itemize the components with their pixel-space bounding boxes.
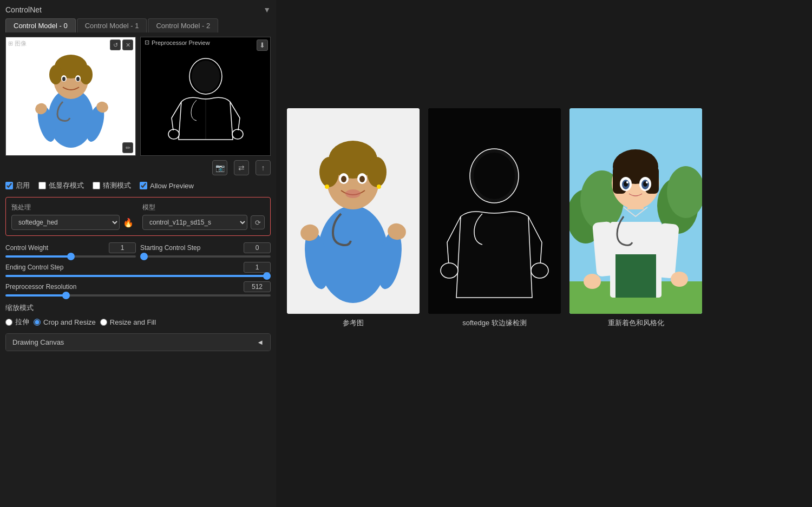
zoom-stretch-item[interactable]: 拉伸 — [5, 317, 29, 327]
zoom-mode-options: 拉伸 Crop and Resize Resize and Fill — [5, 317, 271, 327]
control-weight-slider-group: Control Weight 1 — [5, 242, 136, 258]
svg-point-67 — [626, 181, 628, 183]
source-image-label: ⊞ 图像 — [8, 39, 27, 48]
gallery-nurse-svg — [287, 108, 420, 314]
svg-point-17 — [192, 61, 220, 92]
low-vram-checkbox-item[interactable]: 低显存模式 — [38, 181, 84, 190]
zoom-mode-label: 缩放模式 — [5, 303, 271, 313]
model-col-label: 模型 — [142, 203, 265, 212]
preprocessor-label: 预处理 — [11, 203, 134, 212]
svg-point-40 — [531, 263, 548, 278]
svg-rect-51 — [615, 254, 656, 298]
low-vram-checkbox[interactable] — [38, 182, 46, 189]
swap-button[interactable]: ⇄ — [234, 160, 249, 175]
guess-mode-checkbox[interactable] — [93, 182, 100, 189]
zoom-stretch-radio[interactable] — [5, 319, 12, 326]
preproc-res-input[interactable] — [5, 294, 271, 297]
download-preview-button[interactable]: ⬇ — [257, 39, 268, 51]
tab-model-0[interactable]: Control Model - 0 — [5, 18, 76, 32]
preview-image-box[interactable]: ⊡ Preprocessor Preview ⬇ — [140, 37, 271, 156]
svg-point-33 — [359, 176, 365, 182]
allow-preview-checkbox[interactable] — [140, 182, 147, 189]
svg-point-12 — [62, 77, 66, 81]
preproc-res-label: Preprocessor Resolution — [5, 283, 76, 291]
gallery-anime-content — [569, 108, 702, 314]
tab-model-1[interactable]: Control Model - 1 — [77, 18, 147, 32]
checkbox-row: 启用 低显存模式 猜测模式 Allow Preview — [5, 181, 271, 190]
refresh-model-button[interactable]: ⟳ — [251, 215, 265, 229]
ending-step-input[interactable] — [5, 275, 271, 277]
svg-point-68 — [646, 181, 648, 183]
preproc-res-header: Preprocessor Resolution 512 — [5, 281, 271, 292]
gallery-sketch-content — [428, 108, 561, 314]
zoom-crop-item[interactable]: Crop and Resize — [34, 318, 96, 326]
zoom-fill-radio[interactable] — [100, 319, 107, 326]
model-tabs: Control Model - 0 Control Model - 1 Cont… — [5, 18, 271, 32]
svg-point-39 — [441, 263, 458, 278]
close-image-button[interactable]: ✕ — [122, 39, 133, 50]
reset-image-button[interactable]: ↺ — [110, 39, 121, 50]
preproc-res-value: 512 — [244, 281, 271, 292]
fire-icon: 🔥 — [123, 218, 134, 228]
preview-label: ⊡ Preprocessor Preview — [141, 37, 214, 48]
ending-step-value: 1 — [244, 262, 271, 273]
gallery-caption-0: 参考图 — [343, 318, 364, 328]
svg-point-53 — [671, 272, 688, 287]
guess-mode-label: 猜测模式 — [103, 181, 131, 190]
drawing-canvas-title: Drawing Canvas — [12, 338, 64, 346]
preprocessor-col: 预处理 softedge_hed 🔥 — [11, 203, 134, 230]
zoom-crop-radio[interactable] — [34, 319, 41, 326]
upload-button[interactable]: ↑ — [256, 160, 271, 175]
gallery-img-2 — [569, 108, 702, 314]
drawing-canvas-header[interactable]: Drawing Canvas ◄ — [6, 334, 270, 351]
enable-checkbox[interactable] — [5, 182, 13, 189]
two-col-sliders: Control Weight 1 Starting Control Step 0 — [5, 242, 271, 258]
svg-point-29 — [367, 157, 387, 187]
zoom-fill-item[interactable]: Resize and Fill — [100, 318, 156, 326]
nurse-svg — [28, 39, 114, 153]
svg-point-15 — [168, 129, 179, 139]
svg-point-16 — [232, 129, 243, 139]
gallery-item-1: softedge 软边缘检测 — [428, 108, 561, 328]
action-row: 📷 ⇄ ↑ — [5, 160, 271, 175]
source-image-box[interactable]: ⊞ 图像 ↺ ✕ — [5, 37, 136, 156]
panel-collapse-icon[interactable]: ▼ — [263, 5, 271, 14]
tab-model-2[interactable]: Control Model - 2 — [148, 18, 218, 32]
grid-icon: ⊞ — [8, 40, 13, 47]
sliders-section: Control Weight 1 Starting Control Step 0… — [5, 242, 271, 297]
ending-step-slider-group: Ending Control Step 1 — [5, 262, 271, 277]
edit-image-button[interactable]: ✏ — [122, 142, 133, 153]
panel-header: ControlNet ▼ — [5, 5, 271, 14]
control-weight-header: Control Weight 1 — [5, 242, 136, 253]
svg-point-13 — [76, 77, 80, 81]
gallery-photo-content — [287, 108, 420, 314]
svg-point-28 — [319, 157, 339, 187]
svg-point-41 — [474, 153, 515, 199]
gallery-caption-1: softedge 软边缘检测 — [462, 318, 527, 328]
preview-image-content — [141, 37, 270, 155]
zoom-stretch-label: 拉伸 — [15, 317, 29, 327]
control-weight-input[interactable] — [5, 255, 136, 258]
svg-point-34 — [345, 189, 361, 198]
drawing-canvas-section: Drawing Canvas ◄ — [5, 333, 271, 351]
starting-step-input[interactable] — [140, 255, 271, 258]
ending-step-header: Ending Control Step 1 — [5, 262, 271, 273]
sketch-svg — [160, 39, 252, 153]
image-row: ⊞ 图像 ↺ ✕ — [5, 37, 271, 156]
enable-checkbox-item[interactable]: 启用 — [5, 181, 30, 190]
svg-point-36 — [377, 185, 381, 189]
model-select[interactable]: control_v11p_sd15_s — [142, 215, 247, 230]
allow-preview-checkbox-item[interactable]: Allow Preview — [140, 182, 194, 190]
zoom-crop-label: Crop and Resize — [43, 318, 96, 326]
model-select-row: control_v11p_sd15_s ⟳ — [142, 215, 265, 230]
allow-preview-label: Allow Preview — [150, 182, 194, 190]
model-row: 预处理 softedge_hed 🔥 模型 control_v11p_sd15_… — [11, 203, 265, 230]
panel-title: ControlNet — [5, 5, 42, 14]
gallery-sketch-svg — [428, 108, 561, 314]
guess-mode-checkbox-item[interactable]: 猜测模式 — [93, 181, 131, 190]
zoom-fill-label: Resize and Fill — [110, 318, 156, 326]
camera-button[interactable]: 📷 — [212, 160, 227, 175]
right-panel: 参考图 — [276, 0, 812, 507]
enable-label: 启用 — [16, 181, 30, 190]
preprocessor-select[interactable]: softedge_hed — [11, 215, 120, 230]
